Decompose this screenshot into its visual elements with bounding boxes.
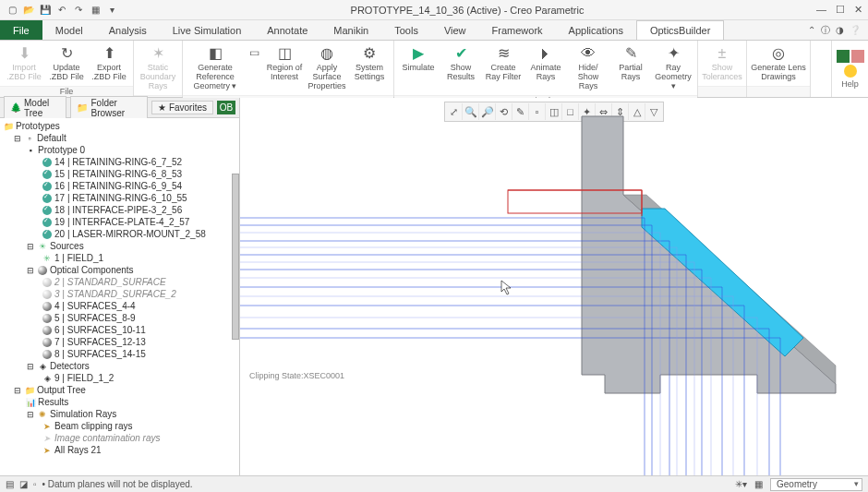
- tree-node-mirror-mount[interactable]: 20 | LASER-MIRROR-MOUNT_2_58: [0, 228, 239, 240]
- tree-node-stdsurf[interactable]: 2 | STANDARD_SURFACE: [0, 276, 239, 288]
- help-icon[interactable]: ❔: [850, 25, 861, 35]
- setup-small-button[interactable]: ▭: [246, 42, 262, 66]
- gear-icon: ⚙: [360, 44, 379, 63]
- ob-badge-icon[interactable]: [837, 50, 850, 63]
- hide-show-rays-button[interactable]: 👁Hide/ Show Rays: [568, 42, 609, 93]
- tree-node-optcomp[interactable]: ⊟Optical Components: [0, 264, 239, 276]
- help-label: Help: [841, 79, 859, 89]
- tree-node-surface[interactable]: 8 | SURFACES_14-15: [0, 348, 239, 360]
- gen-lens-drawings-button[interactable]: ◎Generate Lens Drawings: [751, 42, 806, 84]
- canvas[interactable]: ⤢ 🔍 🔎 ⟲ ✎ ▫ ◫ □ ✦ ⇔ ⇕ △ ▽: [240, 98, 868, 475]
- sidebar-tab-favorites[interactable]: ★Favorites: [151, 101, 213, 114]
- tree-node-retaining[interactable]: 17 | RETAINING-RING-6_10_55: [0, 192, 239, 204]
- sidebar-tab-ob[interactable]: OB: [217, 101, 235, 114]
- ray-icon: ➤: [42, 434, 52, 443]
- simulate-button[interactable]: ▶Simulate: [398, 42, 439, 75]
- import-zbd-button[interactable]: ⬇Import .ZBD File: [4, 42, 44, 84]
- gen-ref-geom-button[interactable]: ◧Generate Reference Geometry ▾: [187, 42, 244, 93]
- tab-model[interactable]: Model: [42, 20, 96, 40]
- more-icon[interactable]: ◑: [836, 25, 844, 35]
- qmark-icon[interactable]: [844, 65, 857, 78]
- ray-icon: ➤: [42, 422, 52, 431]
- tree-node-results[interactable]: 📊Results: [0, 396, 239, 408]
- ribbon-group-setup: ◧Generate Reference Geometry ▾ ▭ ◫Region…: [183, 41, 394, 97]
- tree-node-surface[interactable]: 7 | SURFACES_12-13: [0, 336, 239, 348]
- tree-node-prototype0[interactable]: ▪Prototype 0: [0, 144, 239, 156]
- sb-icon1[interactable]: ▤: [6, 479, 14, 489]
- minimize-icon[interactable]: —: [816, 4, 826, 16]
- geom-icon: ◧: [206, 44, 224, 63]
- sb-icon2[interactable]: ◪: [19, 479, 28, 489]
- tree-node-imgcont[interactable]: ➤Image contamination rays: [0, 432, 239, 444]
- check-icon: [42, 206, 52, 215]
- ob-badge2-icon[interactable]: [851, 50, 864, 63]
- folder-icon: 📁: [4, 122, 13, 131]
- tab-file[interactable]: File: [0, 20, 42, 40]
- tab-analysis[interactable]: Analysis: [96, 20, 160, 40]
- update-zbd-button[interactable]: ↻Update .ZBD File: [46, 42, 87, 84]
- tab-view[interactable]: View: [431, 20, 479, 40]
- help-expand-icon[interactable]: ⓘ: [821, 24, 830, 37]
- tab-annotate[interactable]: Annotate: [254, 20, 320, 40]
- tab-tools[interactable]: Tools: [381, 20, 431, 40]
- tree-node-interface-pipe[interactable]: 18 | INTERFACE-PIPE-3_2_56: [0, 204, 239, 216]
- check-icon: [42, 158, 52, 167]
- roi-button[interactable]: ◫Region of Interest: [264, 42, 305, 84]
- partial-rays-button[interactable]: ✎Partial Rays: [610, 42, 651, 84]
- undo-icon[interactable]: ↶: [55, 4, 68, 17]
- tab-manikin[interactable]: Manikin: [320, 20, 381, 40]
- cursor-icon: [501, 281, 511, 294]
- static-boundary-button[interactable]: ✶Static Boundary Rays: [138, 42, 178, 93]
- tree-node-detectors[interactable]: ⊟◈Detectors: [0, 360, 239, 372]
- sidebar-tab-modeltree[interactable]: 🌲Model Tree: [4, 96, 66, 120]
- open-icon[interactable]: 📂: [22, 4, 35, 17]
- tree-node-field1[interactable]: ✳1 | FIELD_1: [0, 252, 239, 264]
- system-settings-button[interactable]: ⚙System Settings: [349, 42, 390, 84]
- maximize-icon[interactable]: ☐: [836, 4, 845, 16]
- tab-framework[interactable]: Framework: [479, 20, 556, 40]
- selection-filter-combo[interactable]: Geometry: [770, 478, 862, 491]
- sun-icon: ☀: [38, 242, 47, 251]
- tree-node-sources[interactable]: ⊟☀Sources: [0, 240, 239, 252]
- tab-opticsbuilder[interactable]: OpticsBuilder: [636, 20, 724, 40]
- tree-node-surface[interactable]: 4 | SURFACES_4-4: [0, 300, 239, 312]
- show-results-button[interactable]: ✔Show Results: [440, 42, 481, 84]
- sb-view-icon[interactable]: ▦: [754, 479, 763, 489]
- tree-node-retaining[interactable]: 14 | RETAINING-RING-6_7_52: [0, 156, 239, 168]
- tree-node-simrays[interactable]: ⊟✺Simulation Rays: [0, 408, 239, 420]
- create-rayfilter-button[interactable]: ≋Create Ray Filter: [483, 42, 524, 84]
- tree-node-prototypes[interactable]: 📁Prototypes: [0, 120, 239, 132]
- status-message: • Datum planes will not be displayed.: [42, 479, 193, 489]
- search-help-icon[interactable]: ⌃: [808, 25, 815, 35]
- export-zbd-button[interactable]: ⬆Export .ZBD File: [89, 42, 129, 84]
- tree-node-stdsurf[interactable]: 3 | STANDARD_SURFACE_2: [0, 288, 239, 300]
- new-icon[interactable]: ▢: [6, 4, 18, 17]
- regen-icon[interactable]: ▦: [89, 4, 102, 17]
- sb-icon3[interactable]: ▫: [33, 479, 37, 489]
- tree-node-outtree[interactable]: ⊟📁Output Tree: [0, 384, 239, 396]
- tree-node-beamclip[interactable]: ➤Beam clipping rays: [0, 420, 239, 432]
- partial-icon: ✎: [621, 44, 640, 63]
- tree-node-allrays[interactable]: ➤All Rays 21: [0, 444, 239, 456]
- windows-icon[interactable]: ▾: [105, 4, 118, 17]
- tab-livesim[interactable]: Live Simulation: [160, 20, 255, 40]
- tree-node-interface-plate[interactable]: 19 | INTERFACE-PLATE-4_2_57: [0, 216, 239, 228]
- show-tolerances-button[interactable]: ±Show Tolerances: [702, 42, 742, 84]
- tree-node-default[interactable]: ⊟▫Default: [0, 132, 239, 144]
- tab-applications[interactable]: Applications: [556, 20, 636, 40]
- ribbon: ⬇Import .ZBD File ↻Update .ZBD File ⬆Exp…: [0, 41, 868, 98]
- tree-node-retaining[interactable]: 15 | RETAINING-RING-6_8_53: [0, 168, 239, 180]
- save-icon[interactable]: 💾: [39, 4, 52, 17]
- tree-node-surface[interactable]: 5 | SURFACES_8-9: [0, 312, 239, 324]
- close-icon[interactable]: ✕: [854, 4, 862, 16]
- animate-rays-button[interactable]: ⏵Animate Rays: [525, 42, 566, 84]
- scrollbar-thumb[interactable]: [232, 174, 239, 340]
- tree-node-field12[interactable]: ◈9 | FIELD_1_2: [0, 372, 239, 384]
- apply-surface-button[interactable]: ◍Apply Surface Properties: [307, 42, 347, 93]
- sidebar-tab-folder[interactable]: 📁Folder Browser: [70, 96, 147, 120]
- sb-filter-icon[interactable]: ✳▾: [735, 479, 747, 489]
- redo-icon[interactable]: ↷: [72, 4, 85, 17]
- tree-node-surface[interactable]: 6 | SURFACES_10-11: [0, 324, 239, 336]
- ray-geometry-button[interactable]: ✦Ray Geometry ▾: [653, 42, 693, 93]
- tree-node-retaining[interactable]: 16 | RETAINING-RING-6_9_54: [0, 180, 239, 192]
